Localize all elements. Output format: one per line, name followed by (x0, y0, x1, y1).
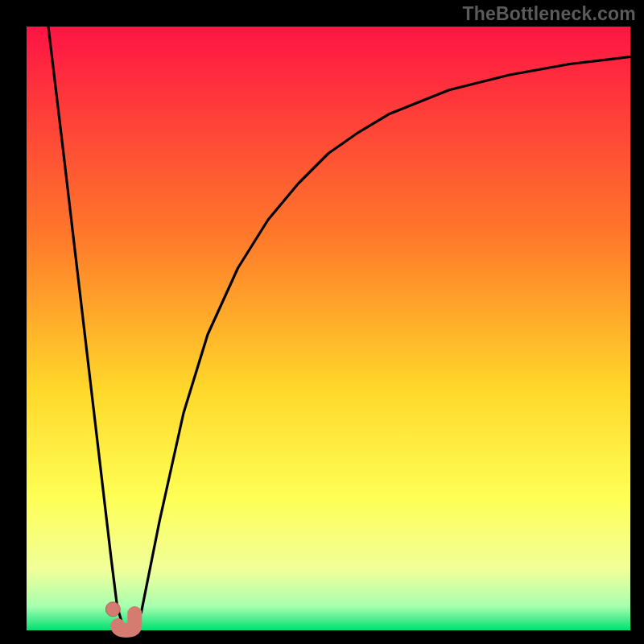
bottleneck-chart (0, 0, 644, 644)
chart-frame: { "watermark": "TheBottleneck.com", "col… (0, 0, 644, 644)
marker-left-dot (105, 602, 120, 617)
gradient-background (27, 27, 630, 630)
